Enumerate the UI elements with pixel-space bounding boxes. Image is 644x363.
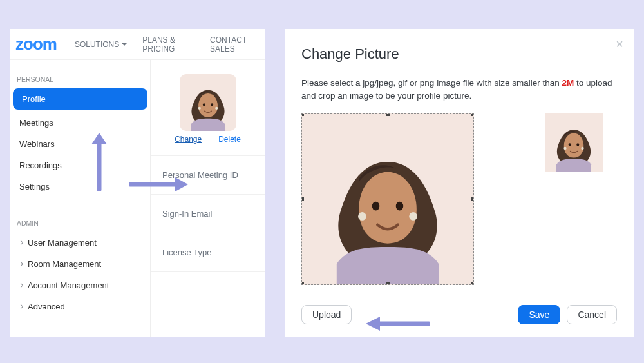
sidebar-item-label: Room Management — [28, 259, 101, 269]
annotation-arrow-up — [90, 133, 108, 191]
sidebar-item-room-management[interactable]: Room Management — [10, 253, 150, 275]
nav-contact[interactable]: CONTACT SALES — [210, 35, 260, 54]
change-picture-modal: × Change Picture Please select a jpg/jpe… — [285, 29, 634, 337]
change-link[interactable]: Change — [175, 135, 202, 144]
avatar — [180, 74, 236, 131]
nav-solutions-label: SOLUTIONS — [75, 40, 119, 49]
sidebar-item-label: Account Management — [28, 280, 109, 290]
delete-link[interactable]: Delete — [218, 135, 241, 144]
sidebar-section-admin: ADMIN — [10, 215, 150, 232]
annotation-arrow-right — [129, 175, 188, 193]
sidebar-item-account-management[interactable]: Account Management — [10, 275, 150, 296]
sidebar-item-user-management[interactable]: User Management — [10, 232, 150, 253]
chevron-right-icon — [19, 262, 23, 266]
sidebar: PERSONAL Profile Meetings Webinars Recor… — [10, 60, 151, 337]
sidebar-item-webinars[interactable]: Webinars — [10, 133, 150, 155]
profile-row-signin-email: Sign-In Email — [151, 195, 265, 233]
modal-description: Please select a jpg/jpeg, gif or png ima… — [301, 77, 617, 103]
svg-marker-8 — [91, 133, 107, 144]
sidebar-item-recordings[interactable]: Recordings — [10, 155, 150, 176]
nav-solutions[interactable]: SOLUTIONS — [75, 40, 127, 49]
resize-handle[interactable] — [471, 113, 474, 116]
sidebar-item-label: User Management — [28, 238, 97, 248]
sidebar-item-profile[interactable]: Profile — [13, 88, 147, 110]
close-icon[interactable]: × — [616, 37, 623, 52]
chevron-right-icon — [19, 283, 23, 288]
cancel-button[interactable]: Cancel — [567, 305, 617, 324]
preview-image — [545, 113, 603, 172]
logo: zoom — [15, 34, 57, 54]
resize-handle[interactable] — [386, 113, 390, 116]
profile-content: Change Delete Personal Meeting ID Sign-I… — [151, 60, 265, 337]
upload-button[interactable]: Upload — [301, 305, 352, 324]
chevron-right-icon — [19, 304, 23, 309]
resize-handle[interactable] — [386, 282, 390, 285]
size-limit: 2M — [562, 78, 574, 88]
topbar: zoom SOLUTIONS PLANS & PRICING CONTACT S… — [10, 29, 265, 60]
caret-down-icon — [122, 43, 127, 46]
avatar-image — [180, 74, 236, 131]
save-button[interactable]: Save — [518, 305, 560, 324]
avatar-block: Change Delete — [151, 74, 265, 156]
chevron-right-icon — [19, 240, 23, 245]
svg-marker-10 — [175, 177, 188, 191]
desc-pre: Please select a jpg/jpeg, gif or png ima… — [301, 78, 562, 88]
crop-area[interactable] — [301, 113, 474, 285]
crop-image — [302, 114, 473, 284]
sidebar-item-advanced[interactable]: Advanced — [10, 296, 150, 317]
preview-thumbnail — [545, 113, 603, 172]
profile-row-license: License Type — [151, 233, 265, 272]
annotation-arrow-left — [366, 315, 430, 333]
sidebar-section-personal: PERSONAL — [10, 72, 150, 88]
resize-handle[interactable] — [301, 197, 304, 201]
resize-handle[interactable] — [301, 282, 304, 285]
resize-handle[interactable] — [471, 197, 474, 201]
sidebar-item-label: Advanced — [28, 302, 65, 311]
sidebar-item-meetings[interactable]: Meetings — [10, 112, 150, 133]
modal-title: Change Picture — [301, 46, 617, 63]
svg-marker-12 — [366, 317, 380, 331]
resize-handle[interactable] — [471, 282, 474, 285]
resize-handle[interactable] — [301, 113, 304, 116]
nav-plans[interactable]: PLANS & PRICING — [142, 35, 194, 54]
